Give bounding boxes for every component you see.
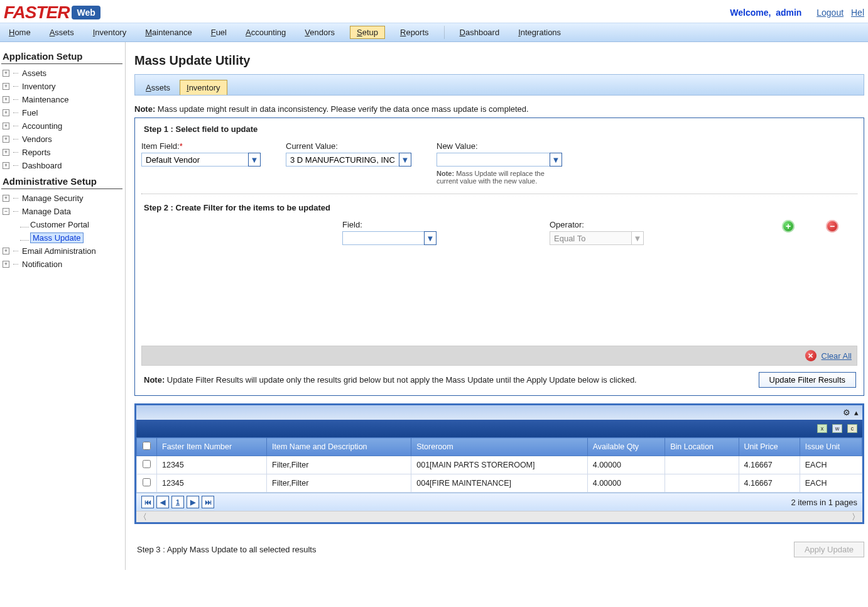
item-field-input[interactable] bbox=[141, 153, 248, 167]
menu-dashboard[interactable]: Dashboard bbox=[456, 26, 504, 39]
menu-assets[interactable]: Assets bbox=[46, 26, 78, 39]
sidebar-item-manage-data[interactable]: Manage Data bbox=[22, 207, 71, 216]
sidebar-item-fuel[interactable]: Fuel bbox=[22, 108, 38, 118]
menu-vendors[interactable]: Vendors bbox=[301, 26, 339, 39]
sidebar-item-vendors[interactable]: Vendors bbox=[22, 134, 52, 144]
item-field-combo[interactable]: ▼ bbox=[141, 153, 261, 167]
row-checkbox[interactable] bbox=[143, 460, 151, 468]
col-faster-item-number[interactable]: Faster Item Number bbox=[157, 438, 267, 456]
grid-pager: ⏮ ◀ 1 ▶ ⏭ 2 items in 1 pages bbox=[136, 493, 862, 511]
current-value-input[interactable] bbox=[286, 153, 399, 167]
item-field: Item Field:* ▼ bbox=[141, 141, 261, 185]
new-value-field: New Value: ▼ Note: Mass Update will repl… bbox=[437, 141, 562, 185]
new-value-combo[interactable]: ▼ bbox=[437, 153, 562, 167]
pager-next-button[interactable]: ▶ bbox=[187, 496, 199, 508]
menu-home[interactable]: Home bbox=[5, 26, 35, 39]
menu-inventory[interactable]: Inventory bbox=[89, 26, 131, 39]
note-filter-results: Note: Update Filter Results will update … bbox=[144, 375, 637, 385]
pager-page-1-button[interactable]: 1 bbox=[171, 496, 184, 508]
col-storeroom[interactable]: Storeroom bbox=[411, 438, 587, 456]
sidebar-item-customer-portal[interactable]: Customer Portal bbox=[30, 220, 89, 229]
menu-integrations[interactable]: Integrations bbox=[514, 26, 565, 39]
chevron-down-icon[interactable]: ▼ bbox=[550, 153, 562, 167]
col-issue-unit[interactable]: Issue Unit bbox=[800, 438, 862, 456]
sidebar-item-notification[interactable]: Notification bbox=[22, 260, 62, 269]
chevron-down-icon[interactable]: ▼ bbox=[424, 231, 437, 245]
expand-icon[interactable]: + bbox=[3, 109, 9, 116]
export-excel-icon[interactable]: x bbox=[817, 424, 827, 433]
expand-icon[interactable]: + bbox=[3, 123, 9, 129]
export-csv-icon[interactable]: c bbox=[847, 424, 857, 433]
expand-icon[interactable]: + bbox=[3, 83, 9, 90]
filter-operator: Operator: ▼ bbox=[550, 220, 644, 245]
horizontal-scrollbar[interactable]: 〈〉 bbox=[136, 511, 862, 522]
clear-all-link[interactable]: Clear All bbox=[822, 351, 852, 361]
filter-field-input[interactable] bbox=[342, 231, 424, 245]
menu-fuel[interactable]: Fuel bbox=[207, 26, 231, 39]
chevron-down-icon[interactable]: ▼ bbox=[399, 153, 411, 167]
sidebar-item-dashboard[interactable]: Dashboard bbox=[22, 161, 62, 170]
sidebar-item-reports[interactable]: Reports bbox=[22, 148, 51, 157]
remove-filter-icon[interactable]: − bbox=[826, 220, 838, 232]
tab-assets[interactable]: Assets bbox=[139, 80, 177, 95]
row-checkbox[interactable] bbox=[143, 478, 151, 486]
main-menu: HomeAssetsInventoryMaintenanceFuelAccoun… bbox=[0, 23, 868, 42]
logout-link[interactable]: Logout bbox=[816, 8, 844, 18]
pager-last-button[interactable]: ⏭ bbox=[202, 496, 214, 508]
menu-setup[interactable]: Setup bbox=[350, 26, 385, 39]
pager-first-button[interactable]: ⏮ bbox=[141, 496, 154, 508]
update-filter-results-button[interactable]: Update Filter Results bbox=[759, 372, 856, 388]
sidebar-item-email-administration[interactable]: Email Administration bbox=[22, 246, 96, 256]
menu-accounting[interactable]: Accounting bbox=[242, 26, 290, 39]
sidebar-item-mass-update[interactable]: Mass Update bbox=[30, 232, 84, 243]
table-row[interactable]: 12345Filter,Filter004[FIRE MAINTENANCE]4… bbox=[137, 474, 862, 493]
pager-prev-button[interactable]: ◀ bbox=[156, 496, 169, 508]
col-available-qty[interactable]: Available Qty bbox=[587, 438, 665, 456]
steps-panel: Step 1 : Select field to update Item Fie… bbox=[134, 118, 864, 396]
apply-update-button[interactable]: Apply Update bbox=[794, 542, 864, 557]
sidebar-item-accounting[interactable]: Accounting bbox=[22, 121, 62, 131]
user-links: Welcome, admin Logout Hel bbox=[730, 8, 864, 18]
gear-icon[interactable]: ⚙ bbox=[843, 408, 850, 417]
col-unit-price[interactable]: Unit Price bbox=[739, 438, 800, 456]
col-item-name-and-description[interactable]: Item Name and Description bbox=[267, 438, 411, 456]
pager-status: 2 items in 1 pages bbox=[791, 498, 857, 507]
expand-icon[interactable]: + bbox=[3, 70, 9, 77]
filter-operator-input bbox=[550, 231, 631, 245]
chevron-down-icon[interactable]: ▼ bbox=[248, 153, 261, 167]
sidebar-section-admin: Administrative Setup bbox=[1, 172, 122, 189]
current-value-combo[interactable]: ▼ bbox=[286, 153, 411, 167]
expand-icon[interactable]: + bbox=[3, 149, 9, 156]
sidebar-item-manage-security[interactable]: Manage Security bbox=[22, 194, 84, 203]
menu-maintenance[interactable]: Maintenance bbox=[141, 26, 195, 39]
export-word-icon[interactable]: w bbox=[832, 424, 842, 433]
select-all-checkbox[interactable] bbox=[143, 442, 151, 450]
subtabs: AssetsInventory bbox=[134, 74, 864, 96]
expand-icon[interactable]: − bbox=[3, 208, 9, 215]
expand-icon[interactable]: + bbox=[3, 136, 9, 143]
expand-icon[interactable]: + bbox=[3, 248, 9, 254]
filter-field-combo[interactable]: ▼ bbox=[342, 231, 437, 245]
logo-text: FASTER bbox=[4, 3, 69, 23]
step1-title: Step 1 : Select field to update bbox=[144, 124, 857, 134]
tab-inventory[interactable]: Inventory bbox=[180, 80, 227, 95]
sidebar-item-assets[interactable]: Assets bbox=[22, 68, 46, 78]
table-row[interactable]: 12345Filter,Filter001[MAIN PARTS STORERO… bbox=[137, 456, 862, 474]
sidebar-item-inventory[interactable]: Inventory bbox=[22, 82, 55, 91]
chevron-down-icon: ▼ bbox=[631, 231, 644, 245]
expand-icon[interactable]: + bbox=[3, 162, 9, 169]
col-bin-location[interactable]: Bin Location bbox=[665, 438, 739, 456]
add-filter-icon[interactable]: + bbox=[782, 220, 795, 232]
expand-icon[interactable]: + bbox=[3, 195, 9, 202]
expand-icon[interactable]: + bbox=[3, 261, 9, 268]
close-icon[interactable]: ✕ bbox=[805, 350, 816, 361]
menu-reports[interactable]: Reports bbox=[396, 26, 433, 39]
sidebar: Application Setup +Assets+Inventory+Main… bbox=[0, 42, 126, 570]
step3-title: Step 3 : Apply Mass Update to all select… bbox=[137, 545, 316, 554]
current-value-field: Current Value: ▼ bbox=[286, 141, 411, 185]
new-value-input[interactable] bbox=[437, 153, 550, 167]
expand-icon[interactable]: + bbox=[3, 96, 9, 103]
sidebar-item-maintenance[interactable]: Maintenance bbox=[22, 95, 68, 104]
help-link[interactable]: Hel bbox=[851, 8, 864, 18]
collapse-icon[interactable]: ▴ bbox=[854, 408, 859, 417]
